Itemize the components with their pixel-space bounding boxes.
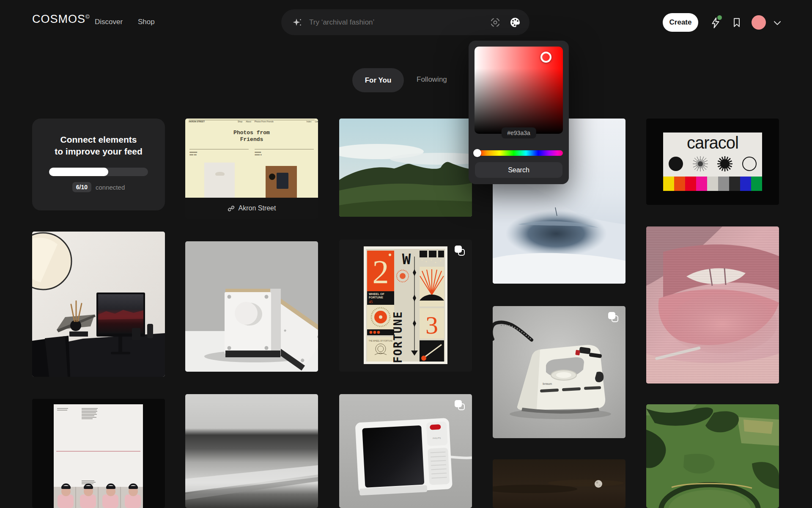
burst-circle-glyph (692, 155, 709, 172)
connect-progress-bar (49, 168, 148, 176)
post-white-speakers[interactable] (185, 241, 318, 372)
connected-count-badge: 6/10 (72, 182, 91, 192)
braun-iron-photo: braun (493, 306, 625, 438)
akron-photo-lamp (204, 163, 235, 198)
avatar[interactable] (752, 15, 766, 30)
create-button[interactable]: Create (663, 13, 698, 32)
hue-slider[interactable] (475, 150, 563, 156)
color-picker-popover: #e93a3a Search (469, 41, 569, 184)
akron-caption-text: Akron Street (239, 204, 276, 212)
post-lips-closeup[interactable] (646, 226, 779, 384)
notification-dot (717, 15, 722, 20)
wheel-of-fortune-poster: 2 WHEEL OF FORTUNE 45 THE WHEEL OF FORTU… (339, 240, 472, 372)
svg-text:FORTUNE: FORTUNE (392, 311, 404, 363)
bookmark-icon[interactable] (731, 17, 742, 30)
nav-item-discover[interactable]: Discover (95, 18, 123, 26)
svg-text:WHEEL OF: WHEEL OF (369, 293, 385, 295)
editorial-poster-image (32, 399, 165, 508)
chevron-down-icon[interactable] (773, 20, 782, 28)
hex-value: #e93a3a (501, 127, 536, 138)
outline-circle-glyph (741, 155, 758, 172)
svg-text:W: W (402, 251, 411, 268)
spiky-circle-glyph (716, 155, 733, 172)
color-search-button[interactable]: Search (475, 162, 562, 178)
desk-setup-photo (32, 232, 165, 377)
tab-for-you[interactable]: For You (352, 68, 404, 92)
post-moon-sky[interactable] (493, 459, 625, 508)
svg-text:THE WHEEL OF FORTUNE: THE WHEEL OF FORTUNE (369, 340, 393, 342)
palette-icon[interactable] (509, 17, 521, 28)
post-editorial-poster[interactable] (32, 399, 165, 508)
app-logo[interactable]: COSMOS© (32, 13, 90, 26)
philips-brand: PHILIPS (433, 436, 441, 439)
white-speakers-photo (185, 241, 318, 372)
hue-slider-thumb[interactable] (473, 149, 481, 157)
logo-copyright: © (85, 14, 90, 20)
aerial-fields-photo (646, 404, 779, 508)
connected-label: connected (96, 184, 125, 191)
akron-brand: AKRON STREET (189, 121, 205, 123)
caracol-title: caracol (663, 133, 762, 152)
stack-icon (455, 400, 466, 411)
svg-text:FORTUNE: FORTUNE (369, 296, 383, 299)
stack-icon (608, 312, 620, 323)
link-icon (228, 205, 235, 212)
saturation-value-area[interactable] (475, 47, 563, 134)
svg-text:45: 45 (369, 300, 373, 304)
sparkle-icon (292, 17, 302, 28)
philips-pad-photo: PHILIPS (339, 394, 472, 508)
activity-lightning-icon[interactable] (710, 17, 721, 30)
akron-photo-desk (266, 166, 297, 198)
post-akron-street[interactable]: AKRON STREET Shop About Photos From Frie… (185, 119, 318, 219)
connect-elements-card[interactable]: Connect elements to improve your feed 6/… (32, 119, 165, 210)
nav-item-shop[interactable]: Shop (138, 18, 155, 26)
svg-text:2: 2 (373, 253, 389, 290)
solid-circle-glyph (667, 155, 684, 172)
caracol-test-card: caracol (663, 133, 762, 191)
seascape-photo (185, 394, 318, 508)
post-caracol[interactable]: caracol (646, 119, 779, 205)
color-bars (663, 177, 762, 191)
svg-text:3: 3 (425, 311, 438, 339)
post-philips-pad[interactable]: PHILIPS (339, 394, 472, 508)
vhs-grain-overlay (646, 226, 779, 384)
post-aerial-fields[interactable] (646, 404, 779, 508)
tab-following[interactable]: Following (417, 75, 447, 84)
braun-brand: braun (543, 382, 552, 386)
post-wheel-of-fortune-poster[interactable]: 2 WHEEL OF FORTUNE 45 THE WHEEL OF FORTU… (339, 240, 472, 372)
akron-website-screenshot: AKRON STREET Shop About Photos From Frie… (185, 119, 318, 198)
green-hills-photo (339, 119, 472, 217)
post-seascape[interactable] (185, 394, 318, 508)
color-selector-handle[interactable] (540, 52, 551, 63)
moon-sky-photo (493, 459, 625, 508)
post-desk-setup[interactable] (32, 232, 165, 377)
post-braun-iron[interactable]: braun (493, 306, 625, 438)
stack-icon (455, 246, 466, 257)
post-green-hills[interactable] (339, 119, 472, 217)
search-bar[interactable] (281, 9, 529, 35)
akron-heading: Photos from Friends (185, 130, 318, 143)
connect-card-title: Connect elements to improve your feed (32, 134, 165, 157)
connect-progress-fill (49, 168, 108, 176)
visual-search-lens-icon[interactable] (490, 17, 501, 28)
